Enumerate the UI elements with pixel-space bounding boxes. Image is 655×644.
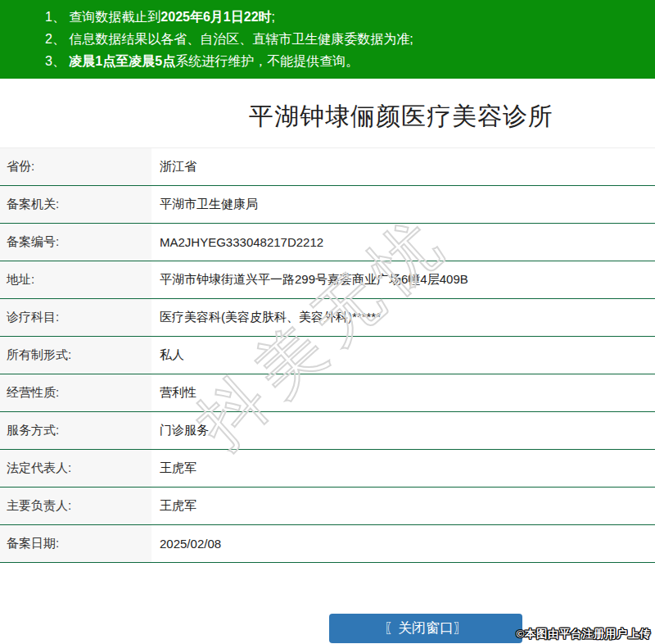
- row-value: 营利性: [151, 374, 655, 412]
- page-title: 平湖钟埭俪颜医疗美容诊所: [0, 102, 655, 131]
- table-row-registration-date: 备案日期: 2025/02/08: [0, 525, 655, 563]
- notice-text: 系统进行维护，不能提供查询。: [175, 54, 359, 68]
- row-value: 王虎军: [151, 450, 655, 488]
- table-row-province: 省份: 浙江省: [0, 148, 655, 186]
- table-row-registration-number: 备案编号: MA2JHYEG333048217D2212: [0, 224, 655, 261]
- row-value: 平湖市卫生健康局: [151, 186, 655, 224]
- table-row-ownership-form: 所有制形式: 私人: [0, 337, 655, 374]
- table-row-service-mode: 服务方式: 门诊服务: [0, 412, 655, 450]
- notice-text: 3、: [45, 54, 69, 68]
- table-row-address: 地址: 平湖市钟埭街道兴平一路299号嘉荟商业广场6幢4层409B: [0, 261, 655, 299]
- notice-line-2: 2、 信息数据结果以各省、自治区、直辖市卫生健康委数据为准;: [45, 28, 647, 50]
- notice-bar: 1、 查询数据截止到2025年6月1日22时; 2、 信息数据结果以各省、自治区…: [0, 0, 655, 79]
- notice-text: 2、 信息数据结果以各省、自治区、直辖市卫生健康委数据为准;: [45, 32, 413, 46]
- row-label: 诊疗科目:: [0, 299, 151, 337]
- row-value: 2025/02/08: [151, 525, 655, 563]
- row-label: 服务方式:: [0, 412, 151, 450]
- notice-line-1: 1、 查询数据截止到2025年6月1日22时;: [45, 6, 647, 28]
- notice-text-bold: 2025年6月1日22时: [160, 10, 271, 24]
- row-label: 主要负责人:: [0, 488, 151, 525]
- row-label: 备案编号:: [0, 224, 151, 261]
- row-value: 王虎军: [151, 488, 655, 525]
- row-value: 平湖市钟埭街道兴平一路299号嘉荟商业广场6幢4层409B: [151, 261, 655, 299]
- notice-text: 1、 查询数据截止到: [45, 10, 160, 24]
- row-label: 省份:: [0, 148, 151, 186]
- row-value: 门诊服务: [151, 412, 655, 450]
- notice-line-3: 3、 凌晨1点至凌晨5点系统进行维护，不能提供查询。: [45, 50, 647, 72]
- row-label: 经营性质:: [0, 374, 151, 412]
- row-label: 备案机关:: [0, 186, 151, 224]
- notice-text-bold: 凌晨1点至凌晨5点: [69, 54, 175, 68]
- row-value: MA2JHYEG333048217D2212: [151, 224, 655, 261]
- table-row-registration-authority: 备案机关: 平湖市卫生健康局: [0, 186, 655, 224]
- row-label: 法定代表人:: [0, 450, 151, 488]
- row-label: 地址:: [0, 261, 151, 299]
- institution-info-table: 省份: 浙江省 备案机关: 平湖市卫生健康局 备案编号: MA2JHYEG333…: [0, 147, 655, 563]
- notice-text: ;: [272, 10, 275, 24]
- row-label: 所有制形式:: [0, 337, 151, 374]
- table-row-legal-representative: 法定代表人: 王虎军: [0, 450, 655, 488]
- table-row-business-nature: 经营性质: 营利性: [0, 374, 655, 412]
- table-row-medical-subjects: 诊疗科目: 医疗美容科(美容皮肤科、美容外科)******: [0, 299, 655, 337]
- row-value: 私人: [151, 337, 655, 374]
- row-value: 医疗美容科(美容皮肤科、美容外科)******: [151, 299, 655, 337]
- close-window-button[interactable]: 〖关闭窗口〗: [329, 614, 522, 643]
- copyright-badge: ©本图由平台注册用户上传: [517, 627, 651, 642]
- row-value: 浙江省: [151, 148, 655, 186]
- table-row-principal-person: 主要负责人: 王虎军: [0, 488, 655, 525]
- row-label: 备案日期:: [0, 525, 151, 563]
